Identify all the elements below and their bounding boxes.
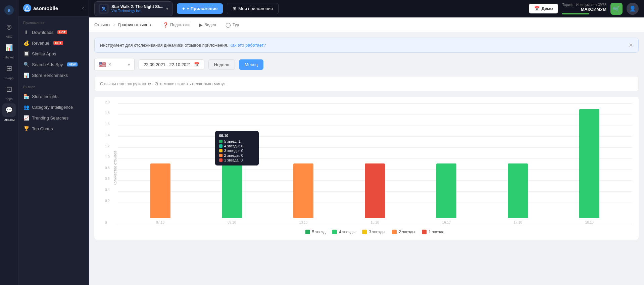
legend-dot-5stars <box>305 230 310 234</box>
hints-label: Подсказки <box>170 22 190 27</box>
revenue-badge: HOT <box>53 41 63 45</box>
sub-header: Отзывы > График отзывов ❓ Подсказки ▶ Ви… <box>89 17 644 32</box>
country-select[interactable]: 🇺🇸 ✕ ▾ <box>94 58 135 71</box>
tooltip-dot-5stars <box>219 140 222 143</box>
chart-wrapper: 2.0 1.8 1.6 1.4 1.2 1.0 0.8 0.6 0.4 0.2 … <box>118 103 632 234</box>
sub-nav-tour[interactable]: ◯ Тур <box>221 20 243 30</box>
legend-dot-3stars <box>362 230 367 234</box>
nav-aso[interactable]: ◎ <box>2 20 16 34</box>
period-month-button[interactable]: Месяц <box>239 59 263 70</box>
tools-progress-bar <box>562 13 589 14</box>
date-range-picker[interactable]: 22.09.2021 - 22.10.2021 📅 <box>139 59 204 70</box>
revenue-icon: 💰 <box>23 40 29 46</box>
sidebar-item-store-benchmarks[interactable]: 📊 Store Benchmarks <box>18 70 89 81</box>
bar-group-0910: 09.10 5 звезд: 1 4 звезды: 0 <box>222 163 242 224</box>
main-sidebar: asomobile ‹ Приложения ⬇ Downloads HOT 💰… <box>18 0 89 285</box>
category-intelligence-icon: 👥 <box>23 104 29 110</box>
nav-reviews[interactable]: 💬 <box>2 103 16 117</box>
chart-legend: 5 звезд 4 звезды 3 звезды 2 звезды <box>118 230 632 234</box>
legend-1star: 1 звезда <box>422 230 444 234</box>
x-axis-line <box>118 224 632 224</box>
breadcrumb: Отзывы > График отзывов <box>94 22 151 27</box>
calendar-icon: 📅 <box>194 62 199 67</box>
bar-group-1510: 15.10 <box>365 163 385 224</box>
nav-apps[interactable]: ⊡ <box>2 83 16 96</box>
tariff-info: Тариф: Инструменты 39/38 МАКСИМУМ <box>562 3 606 14</box>
sidebar-item-downloads[interactable]: ⬇ Downloads HOT <box>18 27 89 38</box>
sidebar-top: asomobile ‹ <box>18 0 89 16</box>
tooltip-box: 09.10 5 звезд: 1 4 звезды: 0 <box>215 131 259 165</box>
tools-count: Инструменты 39/38 <box>576 3 606 7</box>
video-label: Видео <box>204 22 216 27</box>
tools-progress-fill <box>562 13 589 14</box>
sidebar-category-intelligence-label: Category Intelligence <box>32 105 73 110</box>
sidebar-search-ads-spy-label: Search Ads Spy <box>32 62 63 67</box>
downloads-badge: HOT <box>57 30 67 34</box>
bar-0710[interactable] <box>150 163 170 218</box>
app-developer: Vito Technology Inc. <box>111 9 163 13</box>
sidebar-store-benchmarks-label: Store Benchmarks <box>32 73 68 78</box>
nav-reviews-label: Отзывы <box>4 118 15 122</box>
legend-5stars-label: 5 звезд <box>312 230 326 234</box>
info-banner-close[interactable]: ✕ <box>629 42 633 48</box>
info-banner-link[interactable]: Как это работает? <box>230 43 266 48</box>
grid-icon: ⊞ <box>233 6 236 11</box>
header-right: 📅 Демо Тариф: Инструменты 39/38 МАКСИМУМ… <box>529 3 639 15</box>
sidebar-collapse-button[interactable]: ‹ <box>82 5 84 11</box>
tooltip-row-4stars: 4 звезды: 0 <box>219 144 255 148</box>
page-body: Инструмент для отслеживания динамики отз… <box>89 32 644 285</box>
tooltip-3stars-text: 3 звезды: 0 <box>224 149 243 153</box>
sidebar-item-store-insights[interactable]: 🏪 Store Insights <box>18 91 89 102</box>
bar-0910[interactable] <box>222 163 242 218</box>
breadcrumb-separator: > <box>113 22 116 27</box>
logo: asomobile <box>23 4 58 12</box>
sidebar-item-revenue[interactable]: 💰 Revenue HOT <box>18 38 89 48</box>
add-app-button[interactable]: + + Приложение <box>177 3 223 14</box>
bar-1710[interactable] <box>508 163 528 218</box>
sidebar-revenue-label: Revenue <box>32 41 49 46</box>
period-week-button[interactable]: Неделя <box>208 59 235 70</box>
sidebar-item-top-charts[interactable]: 🏆 Top Charts <box>18 123 89 134</box>
app-selector[interactable]: Star Walk 2: The Night Sk... Vito Techno… <box>94 1 173 16</box>
bar-2010[interactable] <box>579 109 599 218</box>
tooltip-row-3stars: 3 звезды: 0 <box>219 149 255 153</box>
sidebar-item-trending-searches[interactable]: 📈 Trending Searches <box>18 112 89 123</box>
sub-nav-hints[interactable]: ❓ Подсказки <box>159 20 194 30</box>
loading-text: Отзывы еще загружаются. Это может занять… <box>100 81 227 86</box>
search-ads-spy-badge: NEW <box>67 62 78 66</box>
bar-group-0710: 07.10 <box>150 163 170 224</box>
user-avatar[interactable]: 👤 <box>627 3 639 15</box>
sidebar-top-charts-label: Top Charts <box>32 126 53 131</box>
cart-button[interactable]: 🛒 <box>610 3 623 15</box>
remove-country-button[interactable]: ✕ <box>108 62 111 67</box>
tooltip-row-1star: 1 звезда: 0 <box>219 158 255 162</box>
my-apps-button[interactable]: ⊞ Мои приложения <box>227 3 279 14</box>
bar-group-2010: 20.10 <box>579 109 599 224</box>
legend-1star-label: 1 звезда <box>429 230 444 234</box>
sub-nav-video[interactable]: ▶ Видео <box>195 20 220 30</box>
legend-3stars: 3 звезды <box>362 230 385 234</box>
nav-apps-label: Apps <box>6 97 13 101</box>
apps-section-label: Приложения <box>18 16 89 27</box>
bar-1610[interactable] <box>436 163 456 218</box>
sidebar-item-search-ads-spy[interactable]: 🔍 Search Ads Spy NEW <box>18 59 89 70</box>
tooltip-4stars-text: 4 звезды: 0 <box>224 144 243 148</box>
video-icon: ▶ <box>199 22 203 28</box>
sidebar-item-category-intelligence[interactable]: 👥 Category Intelligence <box>18 102 89 112</box>
nav-in-app[interactable]: ⊞ <box>2 62 16 75</box>
tariff-label: Тариф: <box>562 3 573 7</box>
tooltip-row-2stars: 2 звезды: 0 <box>219 153 255 157</box>
nav-market[interactable]: 📊 <box>2 41 16 54</box>
breadcrumb-root[interactable]: Отзывы <box>94 22 110 27</box>
tooltip-dot-3stars <box>219 149 222 152</box>
demo-button[interactable]: 📅 Демо <box>529 4 558 13</box>
sidebar-item-similar-apps[interactable]: 🔲 Similar Apps <box>18 48 89 59</box>
svg-point-6 <box>104 9 104 9</box>
bar-1310[interactable] <box>293 163 313 218</box>
svg-point-5 <box>105 6 105 7</box>
svg-text:a: a <box>8 7 10 13</box>
tooltip-1star-text: 1 звезда: 0 <box>224 158 243 162</box>
bars-area: 07.10 09.10 5 звезд: 1 <box>118 103 632 224</box>
bar-1510[interactable] <box>365 163 385 218</box>
tooltip-row-5stars: 5 звезд: 1 <box>219 139 255 143</box>
